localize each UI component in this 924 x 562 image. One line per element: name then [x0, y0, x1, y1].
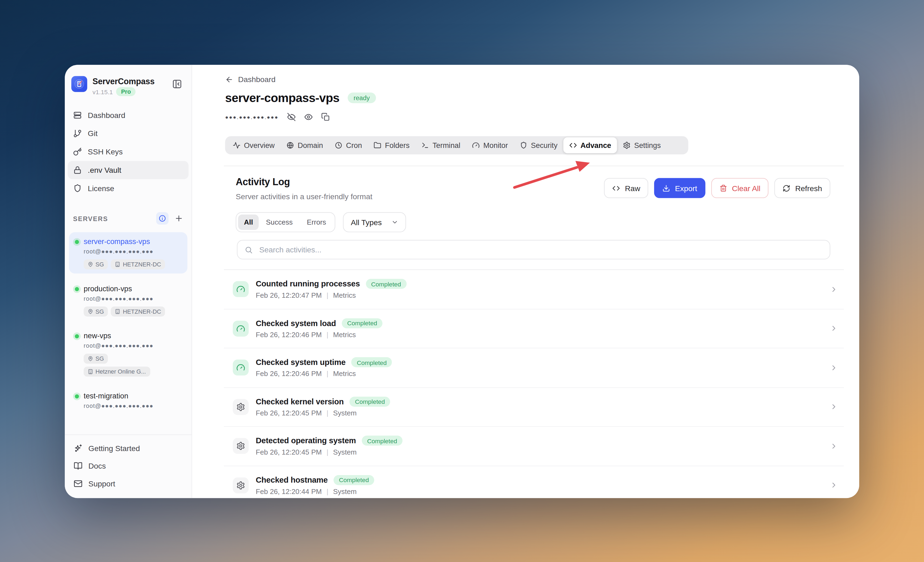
copy-icon[interactable]	[321, 113, 330, 122]
activity-row[interactable]: Detected operating system Completed Feb …	[224, 427, 844, 466]
server-ip-row: ●●●.●●●.●●●.●●●	[225, 113, 330, 122]
activity-time: Feb 26, 12:20:45 PM	[256, 409, 322, 417]
sidebar-item-dashboard[interactable]: Dashboard	[68, 106, 189, 125]
info-icon	[158, 215, 166, 222]
status-badge: Completed	[350, 397, 390, 407]
server-stack-icon	[73, 111, 82, 120]
activity-row[interactable]: Checked kernel version Completed Feb 26,…	[224, 388, 844, 427]
tab-advance[interactable]: Advance	[564, 137, 617, 153]
trash-icon	[720, 184, 727, 192]
activity-row[interactable]: Counted running processes Completed Feb …	[224, 270, 844, 309]
activity-row[interactable]: Checked system uptime Completed Feb 26, …	[224, 349, 844, 388]
location-tag: SG	[84, 307, 108, 317]
map-pin-icon	[88, 309, 93, 314]
sidebar-item-license[interactable]: License	[68, 179, 189, 198]
raw-button[interactable]: Raw	[604, 178, 648, 198]
server-name: new-vps	[84, 332, 111, 340]
add-server-button[interactable]	[174, 214, 183, 223]
search-icon	[244, 245, 253, 254]
code-icon	[613, 184, 620, 192]
app-window: ServerCompass v1.15.1 Pro Dashboard	[65, 65, 859, 498]
activity-title: Detected operating system	[256, 436, 356, 445]
breadcrumb[interactable]: Dashboard	[225, 75, 276, 84]
filter-success[interactable]: Success	[259, 215, 300, 230]
tab-cron[interactable]: Cron	[329, 138, 368, 153]
sidebar-item-label: .env Vault	[88, 166, 121, 175]
activity-title: Counted running processes	[256, 279, 360, 289]
activity-row[interactable]: Checked hostname Completed Feb 26, 12:20…	[224, 466, 844, 498]
activity-time: Feb 26, 12:20:46 PM	[256, 331, 322, 339]
export-button[interactable]: Export	[654, 178, 705, 198]
refresh-button[interactable]: Refresh	[774, 178, 830, 198]
building-icon	[115, 309, 121, 314]
chevron-right-icon	[830, 285, 838, 293]
gear-icon	[623, 141, 630, 149]
sparkles-icon	[74, 443, 82, 452]
location-tag: SG	[84, 354, 108, 364]
search-input[interactable]	[258, 245, 822, 254]
server-name: server-compass-vps	[84, 237, 150, 246]
visibility-off-icon[interactable]	[287, 113, 296, 122]
tab-security[interactable]: Security	[514, 138, 564, 153]
server-item-new-vps[interactable]: new-vps root@●●●.●●●.●●●.●●● SG Hetzner …	[69, 327, 187, 381]
globe-icon	[286, 141, 294, 149]
activity-log-panel: Activity Log Server activities in a user…	[224, 166, 844, 498]
footer-item-label: Getting Started	[88, 443, 140, 452]
sidebar-item-env-vault[interactable]: .env Vault	[68, 161, 189, 179]
map-pin-icon	[88, 356, 93, 361]
main-content: Dashboard server-compass-vps ready ●●●.●…	[192, 65, 859, 498]
sidebar-item-git[interactable]: Git	[68, 125, 189, 143]
tab-monitor[interactable]: Monitor	[466, 138, 514, 153]
tab-domain[interactable]: Domain	[280, 138, 329, 153]
gauge-icon	[236, 363, 245, 372]
provider-tag: HETZNER-DC	[111, 259, 165, 269]
chevron-right-icon	[830, 481, 838, 489]
shield-icon	[73, 184, 82, 193]
filter-errors[interactable]: Errors	[300, 215, 333, 230]
filter-all[interactable]: All	[238, 215, 259, 230]
online-status-dot	[75, 334, 79, 338]
online-status-dot	[75, 240, 79, 244]
server-item-production-vps[interactable]: production-vps root@●●●.●●●.●●●.●●● SG H…	[69, 279, 187, 321]
chevron-right-icon	[830, 364, 838, 372]
server-host: root@●●●.●●●.●●●.●●●	[84, 343, 182, 352]
footer-item-label: Docs	[88, 461, 106, 470]
servers-info-button[interactable]	[156, 212, 169, 225]
activity-category: System	[333, 487, 357, 496]
status-badge: Completed	[342, 318, 382, 328]
sidebar-item-getting-started[interactable]: Getting Started	[65, 439, 191, 457]
mail-icon	[74, 479, 82, 488]
type-filter-select[interactable]: All Types	[343, 212, 406, 232]
chevron-down-icon	[391, 219, 398, 226]
status-badge: Completed	[366, 279, 406, 289]
activity-category: Metrics	[333, 291, 356, 300]
server-item-test-migration[interactable]: test-migration root@●●●.●●●.●●●.●●●	[69, 386, 187, 415]
activity-title: Checked system load	[256, 319, 336, 328]
activity-log-title: Activity Log	[236, 176, 372, 187]
server-host: root@●●●.●●●.●●●.●●●	[84, 403, 182, 412]
lock-icon	[73, 166, 82, 175]
status-badge: Completed	[351, 358, 392, 367]
server-item-server-compass-vps[interactable]: server-compass-vps root@●●●.●●●.●●●.●●● …	[69, 232, 187, 273]
tab-terminal[interactable]: Terminal	[416, 138, 466, 153]
activity-time: Feb 26, 12:20:47 PM	[256, 291, 322, 300]
refresh-icon	[783, 184, 790, 192]
sidebar-item-docs[interactable]: Docs	[65, 457, 191, 475]
panel-collapse-icon	[172, 79, 182, 89]
collapse-sidebar-button[interactable]	[172, 79, 182, 89]
visibility-icon[interactable]	[304, 113, 313, 122]
footer-item-label: Support	[88, 479, 115, 488]
tab-overview[interactable]: Overview	[227, 138, 280, 153]
activity-title: Checked hostname	[256, 476, 328, 485]
version-row: v1.15.1 Pro	[93, 87, 136, 96]
tab-settings[interactable]: Settings	[617, 138, 667, 153]
activity-list: Counted running processes Completed Feb …	[224, 269, 844, 498]
activity-row[interactable]: Checked system load Completed Feb 26, 12…	[224, 309, 844, 348]
book-open-icon	[74, 461, 82, 470]
sidebar-item-support[interactable]: Support	[65, 475, 191, 492]
clear-all-button[interactable]: Clear All	[711, 178, 769, 198]
sidebar-item-ssh-keys[interactable]: SSH Keys	[68, 143, 189, 161]
tab-folders[interactable]: Folders	[368, 138, 416, 153]
activity-title: Checked kernel version	[256, 397, 344, 406]
sidebar-item-label: SSH Keys	[88, 147, 123, 156]
